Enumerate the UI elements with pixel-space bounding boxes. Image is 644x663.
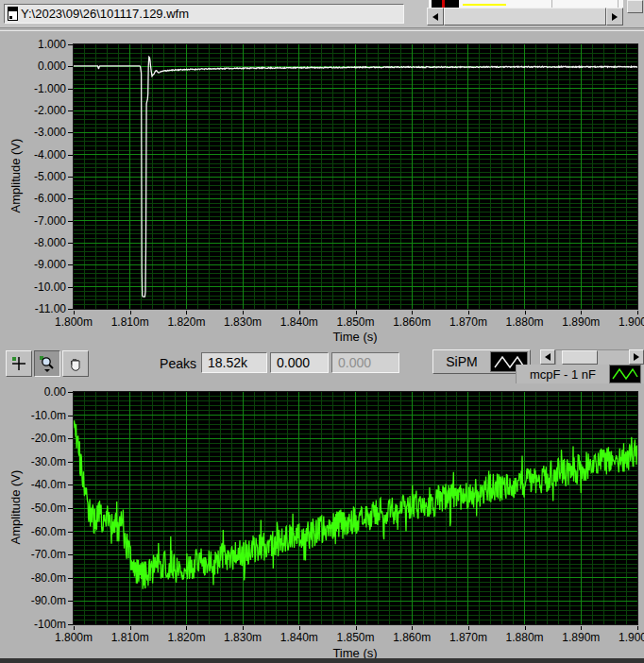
- x-tick-label: 1.890m: [557, 631, 604, 644]
- y-tick-label: -20.0m: [9, 432, 66, 445]
- x-tick-label: 1.800m: [50, 631, 97, 644]
- plot-area-top[interactable]: [73, 43, 638, 310]
- y-tick-mark: [68, 392, 73, 393]
- x-tick-mark: [243, 626, 244, 630]
- y-tick-label: -60.0m: [9, 525, 66, 538]
- x-tick-label: 1.830m: [219, 631, 266, 644]
- x-tick-label: 1.870m: [445, 631, 492, 644]
- y-tick-label: 1.000: [9, 38, 66, 51]
- mcp-legend[interactable]: mcpF - 1 nF: [516, 365, 644, 383]
- y-tick-mark: [68, 66, 73, 67]
- x-tick-mark: [74, 626, 75, 630]
- x-tick-mark: [356, 311, 357, 314]
- x-tick-label: 1.840m: [276, 631, 323, 644]
- x-tick-mark: [637, 626, 638, 630]
- y-tick-mark: [68, 264, 73, 265]
- y-tick-label: -8.000: [9, 236, 66, 249]
- scrollbar-track[interactable]: [555, 349, 629, 365]
- y-tick-label: -1.000: [9, 82, 66, 95]
- y-tick-label: -10.0m: [9, 409, 66, 422]
- y-tick-mark: [68, 221, 73, 222]
- y-tick-label: -30.0m: [9, 455, 66, 468]
- y-tick-mark: [68, 132, 73, 133]
- x-tick-mark: [299, 311, 300, 314]
- y-tick-label: -100m: [9, 618, 66, 631]
- x-tick-mark: [74, 311, 75, 314]
- y-tick-mark: [68, 44, 73, 45]
- sipm-legend-label: SiPM: [433, 354, 490, 369]
- peaks-value-field[interactable]: 18.52k: [201, 352, 267, 373]
- scroll-left-button[interactable]: [540, 349, 555, 365]
- x-tick-mark: [356, 626, 357, 630]
- hand-icon: [67, 355, 84, 372]
- y-tick-mark: [68, 554, 73, 555]
- y-tick-label: 0.000: [9, 60, 66, 73]
- path-browse-icon: [8, 7, 18, 21]
- x-tick-mark: [525, 626, 526, 630]
- legend-scrollbar-top[interactable]: [427, 8, 623, 26]
- left-arrow-icon: [432, 13, 439, 21]
- x-tick-label: 1.840m: [276, 315, 323, 329]
- y-tick-mark: [68, 624, 73, 625]
- zoom-tool-button[interactable]: [34, 350, 60, 377]
- y-tick-label: -9.000: [9, 258, 66, 271]
- x-tick-mark: [412, 311, 413, 314]
- top-bar: Y:\2023\09\26\101117.129.wfm: [0, 0, 644, 28]
- x-tick-label: 1.800m: [50, 315, 97, 329]
- y-tick-mark: [68, 438, 73, 439]
- scroll-right-button[interactable]: [629, 349, 644, 365]
- x-tick-mark: [130, 311, 131, 314]
- clipped-legend-row: [429, 0, 623, 8]
- x-tick-label: 1.900m: [614, 631, 644, 644]
- graph-palette: [6, 350, 89, 377]
- file-path-field[interactable]: Y:\2023\09\26\101117.129.wfm: [4, 4, 404, 24]
- y-tick-mark: [68, 416, 73, 416]
- x-tick-mark: [637, 311, 638, 314]
- plot-area-bottom[interactable]: [73, 391, 638, 625]
- x-tick-mark: [468, 311, 469, 314]
- x-tick-label: 1.860m: [388, 315, 435, 329]
- clipped-plot-icon: [432, 0, 459, 8]
- scroll-right-button[interactable]: [606, 8, 623, 26]
- magnifier-icon: [39, 355, 56, 372]
- y-tick-mark: [68, 578, 73, 579]
- x-tick-label: 1.850m: [332, 315, 380, 329]
- y-tick-mark: [68, 601, 73, 602]
- section-divider: [0, 27, 644, 31]
- x-tick-label: 1.880m: [501, 315, 549, 329]
- x-tick-mark: [243, 311, 244, 314]
- disabled-value-field: 0.000: [331, 352, 399, 373]
- scroll-left-button[interactable]: [427, 8, 444, 26]
- y-tick-mark: [68, 110, 73, 111]
- y-tick-label: -11.00: [9, 302, 66, 315]
- y-tick-label: -70.0m: [9, 548, 66, 561]
- x-tick-label: 1.870m: [445, 315, 492, 329]
- y-tick-mark: [68, 155, 73, 156]
- x-tick-mark: [581, 311, 582, 314]
- x-tick-label: 1.850m: [332, 631, 380, 644]
- x-tick-mark: [412, 626, 413, 630]
- x-tick-label: 1.890m: [557, 315, 604, 329]
- left-arrow-icon: [544, 353, 551, 361]
- window-bottom-edge: [0, 658, 644, 663]
- y-tick-mark: [68, 484, 73, 485]
- y-tick-mark: [68, 198, 73, 199]
- scrollbar-thumb[interactable]: [444, 8, 606, 26]
- legend-scrollbar-bottom[interactable]: [540, 349, 644, 365]
- x-tick-label: 1.900m: [614, 315, 644, 329]
- y-tick-label: -5.000: [9, 170, 66, 183]
- pan-tool-button[interactable]: [62, 350, 89, 377]
- x-axis-label-top: Time (s): [317, 330, 393, 344]
- right-arrow-icon: [633, 353, 640, 361]
- app-window: Y:\2023\09\26\101117.129.wfm Amplitude (…: [0, 0, 644, 663]
- x-tick-label: 1.820m: [162, 631, 210, 644]
- threshold-field[interactable]: 0.000: [270, 352, 329, 373]
- x-tick-mark: [581, 626, 582, 630]
- y-tick-mark: [68, 462, 73, 463]
- y-tick-mark: [68, 532, 73, 533]
- scrollbar-thumb[interactable]: [562, 350, 598, 365]
- y-tick-label: -80.0m: [9, 571, 66, 585]
- clipped-corner-button[interactable]: [627, 0, 643, 13]
- cursor-tool-button[interactable]: [6, 350, 32, 377]
- x-tick-label: 1.830m: [219, 315, 266, 329]
